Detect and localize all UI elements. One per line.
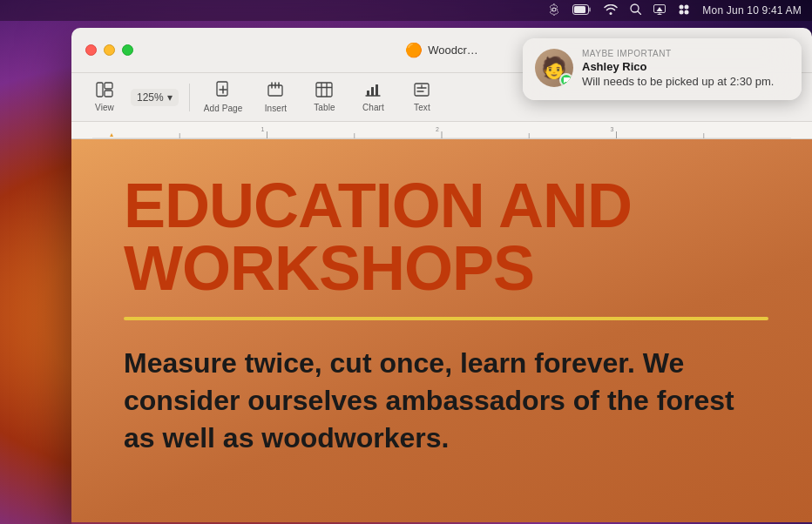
- doc-title: Woodcr…: [428, 44, 478, 57]
- svg-point-9: [680, 10, 684, 14]
- chart-icon: [364, 82, 382, 100]
- battery-icon: [572, 4, 592, 17]
- svg-text:3: 3: [611, 126, 614, 132]
- window-controls: [85, 44, 133, 56]
- svg-rect-12: [105, 83, 112, 89]
- doc-icon: 🟠: [405, 42, 423, 58]
- svg-rect-13: [105, 91, 112, 97]
- table-icon: [315, 82, 333, 100]
- svg-rect-14: [217, 82, 227, 96]
- svg-rect-11: [97, 83, 103, 97]
- text-label: Text: [414, 103, 430, 112]
- view-icon: [96, 82, 113, 100]
- zoom-control[interactable]: 125% ▾: [131, 89, 179, 106]
- maximize-button[interactable]: [122, 44, 133, 56]
- doc-body: Measure twice, cut once, learn forever. …: [124, 345, 768, 458]
- svg-rect-26: [367, 91, 369, 96]
- notification-sender: Ashley Rico: [582, 60, 789, 73]
- svg-rect-27: [371, 87, 374, 96]
- ruler: 1 2 3: [71, 122, 812, 139]
- insert-label: Insert: [265, 104, 288, 113]
- table-button[interactable]: Table: [301, 78, 347, 116]
- wifi-icon: [604, 4, 618, 17]
- desktop: Mon Jun 10 9:41 AM 🟠 Woodcr…: [0, 0, 812, 524]
- svg-rect-1: [574, 6, 585, 13]
- chart-button[interactable]: Chart: [350, 78, 396, 116]
- messages-badge: [559, 73, 573, 87]
- notification-content: MAYBE IMPORTANT Ashley Rico Will needs t…: [582, 49, 789, 90]
- notification[interactable]: 🧑 MAYBE IMPORTANT Ashley Rico Will needs…: [523, 38, 802, 100]
- doc-heading: EDUCATION AND WORKSHOPS: [124, 174, 768, 299]
- addpage-label: Add Page: [204, 104, 243, 113]
- menu-bar-right: Mon Jun 10 9:41 AM: [548, 3, 802, 18]
- notification-importance: MAYBE IMPORTANT: [582, 49, 789, 58]
- menu-bar: Mon Jun 10 9:41 AM: [0, 0, 812, 21]
- svg-rect-2: [589, 7, 591, 11]
- notification-avatar: 🧑: [535, 49, 573, 87]
- datetime-label: Mon Jun 10 9:41 AM: [702, 4, 802, 17]
- svg-rect-21: [316, 83, 332, 97]
- document-area: EDUCATION AND WORKSHOPS Measure twice, c…: [71, 139, 812, 522]
- title-bar-center: 🟠 Woodcr…: [405, 42, 478, 58]
- ruler-content: 1 2 3: [71, 122, 812, 138]
- svg-point-7: [680, 4, 684, 9]
- notification-message: Will needs to be picked up at 2:30 pm.: [582, 75, 789, 90]
- zoom-value: 125%: [137, 91, 164, 104]
- svg-text:1: 1: [261, 126, 265, 132]
- gear-icon[interactable]: [548, 3, 560, 18]
- svg-marker-6: [657, 7, 663, 11]
- screenmirroring-icon: [653, 4, 666, 17]
- zoom-chevron: ▾: [167, 91, 173, 104]
- close-button[interactable]: [85, 44, 97, 56]
- svg-point-10: [685, 10, 689, 14]
- chart-label: Chart: [362, 103, 384, 112]
- search-icon[interactable]: [630, 3, 641, 17]
- doc-divider: [124, 317, 768, 320]
- addpage-icon: [214, 81, 232, 101]
- svg-text:2: 2: [436, 126, 439, 132]
- insert-icon: [267, 81, 284, 101]
- svg-marker-44: [110, 133, 113, 137]
- svg-rect-28: [376, 84, 378, 96]
- text-icon: [413, 82, 430, 100]
- text-button[interactable]: Text: [399, 78, 444, 116]
- addpage-button[interactable]: Add Page: [197, 77, 250, 117]
- pages-window: 🟠 Woodcr… View 125% ▾: [71, 28, 812, 524]
- view-button[interactable]: View: [82, 78, 127, 116]
- view-label: View: [95, 103, 114, 112]
- svg-line-4: [638, 11, 641, 15]
- svg-point-8: [685, 4, 689, 9]
- minimize-button[interactable]: [104, 44, 115, 56]
- controlcenter-icon[interactable]: [678, 3, 690, 18]
- insert-button[interactable]: Insert: [253, 77, 298, 117]
- table-label: Table: [314, 103, 335, 112]
- toolbar-separator-1: [189, 84, 190, 111]
